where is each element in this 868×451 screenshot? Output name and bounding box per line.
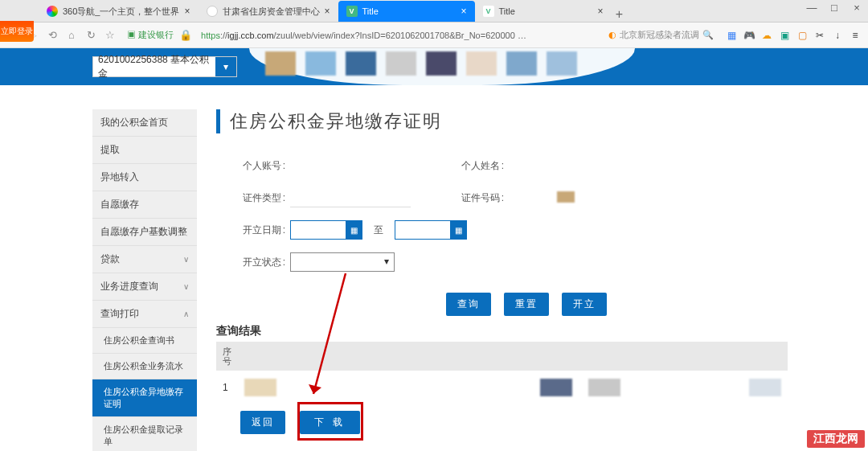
chevron-up-icon: ∧	[183, 310, 189, 318]
reset-button[interactable]: 重置	[504, 293, 549, 316]
page-title: 住房公积金异地缴存证明	[216, 109, 788, 133]
watermark: 江西龙网	[807, 430, 865, 448]
tab-bar: 360导航_一个主页，整个世界 × 甘肃省住房资金管理中心 × V Title …	[0, 0, 868, 23]
extension-icon-shield[interactable]: ▣	[778, 29, 791, 42]
tab-favicon-360	[47, 6, 58, 17]
sidebar-item-withdraw[interactable]: 提取	[92, 137, 197, 164]
close-icon[interactable]: ×	[325, 6, 330, 17]
label-cert-number: 证件号码	[459, 191, 504, 205]
calendar-icon: ▦	[346, 221, 362, 239]
search-icon: 🔍	[702, 30, 714, 40]
address-bar[interactable]: https://igjj.ccb.com/zuul/web/view/index…	[198, 29, 530, 42]
maximize-button[interactable]: □	[826, 2, 842, 14]
extension-icon-box[interactable]: ▢	[796, 29, 809, 42]
menu-icon[interactable]: ≡	[849, 29, 862, 42]
cell-blur	[749, 379, 781, 396]
close-icon[interactable]: ×	[184, 6, 190, 17]
download-button[interactable]: 下 载	[300, 411, 360, 434]
cell-seq: 1	[223, 382, 228, 393]
cert-type-value	[290, 188, 411, 207]
browser-tab-3[interactable]: V Title ×	[475, 1, 612, 22]
chevron-down-icon: ▾	[215, 57, 236, 76]
label-cert-type: 证件类型	[240, 191, 285, 205]
home-button[interactable]: ⌂	[64, 28, 79, 43]
browser-tab-2[interactable]: V Title ×	[338, 1, 475, 22]
query-button[interactable]: 查询	[446, 293, 491, 316]
result-table: 序号 1	[216, 342, 788, 404]
header-blur-boxes	[265, 51, 577, 76]
tab-favicon-vue: V	[483, 6, 494, 17]
account-select[interactable]: 6201002256388 基本公积金 ▾	[92, 56, 237, 77]
date-to-label: 至	[374, 223, 383, 237]
col-seq: 序号	[223, 346, 239, 366]
address-toolbar: ◁ ▷ ⟲ ⌂ ↻ ☆ ▣ 建设银行 🔒 https://igjj.ccb.co…	[0, 23, 868, 48]
chevron-down-icon: ∨	[183, 282, 189, 291]
open-button[interactable]: 开立	[562, 293, 607, 316]
sidebar-item-transaction[interactable]: 住房公积金业务流水	[92, 354, 197, 379]
new-tab-button[interactable]: +	[612, 7, 628, 22]
spinner-icon: ◐	[608, 30, 616, 40]
extension-icon-game[interactable]: 🎮	[743, 29, 755, 42]
tab-favicon-vue: V	[346, 6, 358, 17]
personal-name-value	[509, 156, 629, 175]
sidebar-item-voluntary[interactable]: 自愿缴存	[92, 191, 197, 219]
search-suggestion[interactable]: ◐ 北京新冠感染者流调 🔍	[608, 29, 714, 41]
status-select[interactable]	[290, 252, 395, 272]
browser-tab-1[interactable]: 甘肃省住房资金管理中心 ×	[199, 1, 338, 22]
date-from-input[interactable]: ▦	[290, 220, 362, 240]
browser-tab-0[interactable]: 360导航_一个主页，整个世界 ×	[39, 1, 199, 22]
sidebar-item-transfer-in[interactable]: 异地转入	[92, 164, 197, 191]
cell-blur	[540, 379, 572, 396]
chevron-down-icon: ∨	[183, 255, 189, 264]
favorite-button[interactable]: ☆	[103, 28, 117, 43]
sidebar-item-withdraw-record[interactable]: 住房公积金提取记录单	[92, 417, 197, 451]
tab-label: Title	[362, 6, 379, 16]
tab-favicon	[207, 6, 218, 17]
tab-label: 甘肃省住房资金管理中心	[223, 6, 320, 18]
download-icon[interactable]: ↓	[831, 29, 844, 42]
account-select-value: 6201002256388 基本公积金	[93, 53, 215, 80]
cert-number-value	[509, 188, 629, 207]
personal-account-value	[290, 156, 411, 175]
login-badge[interactable]: 立即登录	[0, 21, 34, 42]
sidebar-item-query-letter[interactable]: 住房公积金查询书	[92, 328, 197, 354]
sidebar-item-home[interactable]: 我的公积金首页	[92, 109, 197, 137]
close-icon[interactable]: ×	[461, 6, 467, 17]
screenshot-icon[interactable]: ✂	[813, 29, 826, 42]
close-icon[interactable]: ×	[598, 6, 604, 17]
cell-blur	[588, 379, 620, 396]
label-personal-name: 个人姓名	[459, 159, 504, 173]
cell-blur	[244, 379, 276, 396]
back-button[interactable]: 返回	[240, 411, 285, 434]
sidebar-item-progress[interactable]: 业务进度查询∨	[92, 273, 197, 301]
sidebar-item-query-print[interactable]: 查询打印∧	[92, 301, 197, 328]
sidebar-item-base-adjust[interactable]: 自愿缴存户基数调整	[92, 219, 197, 246]
date-to-input[interactable]: ▦	[395, 220, 467, 240]
result-title: 查询结果	[216, 324, 788, 338]
tab-label: 360导航_一个主页，整个世界	[63, 6, 179, 18]
calendar-icon: ▦	[450, 221, 466, 239]
lock-icon: 🔒	[178, 28, 193, 43]
sidebar: 我的公积金首页 提取 异地转入 自愿缴存 自愿缴存户基数调整 贷款∨ 业务进度查…	[92, 109, 197, 451]
extension-icon-grid[interactable]: ▦	[725, 29, 738, 42]
label-personal-account: 个人账号	[240, 159, 285, 173]
stop-button[interactable]: ↻	[84, 28, 98, 43]
main-content: 住房公积金异地缴存证明 个人账号 个人姓名 证件类型 证件号码 开立日期 ▦ 至…	[216, 109, 868, 451]
label-open-status: 开立状态	[240, 256, 285, 269]
close-window-button[interactable]: ×	[849, 2, 865, 14]
sidebar-item-remote-cert[interactable]: 住房公积金异地缴存证明	[92, 379, 197, 417]
page-header-bar: 6201002256388 基本公积金 ▾	[0, 48, 868, 85]
minimize-button[interactable]: —	[804, 2, 820, 14]
site-identity: ▣ 建设银行	[127, 29, 174, 41]
reload-button[interactable]: ⟲	[45, 28, 59, 43]
table-header: 序号	[216, 342, 788, 371]
label-open-date: 开立日期	[240, 223, 285, 237]
table-row[interactable]: 1	[216, 371, 788, 404]
extension-icon-cloud[interactable]: ☁	[760, 29, 773, 42]
tab-label: Title	[499, 6, 515, 16]
sidebar-item-loan[interactable]: 贷款∨	[92, 246, 197, 273]
